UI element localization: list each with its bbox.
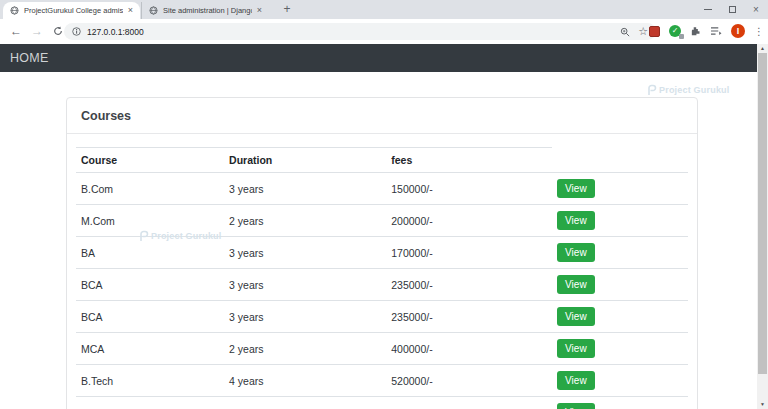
view-button[interactable]: View (557, 371, 595, 390)
action-cell: View (552, 205, 688, 237)
duration-cell: 2 years (224, 205, 386, 237)
view-button[interactable]: View (557, 307, 595, 326)
course-cell (76, 397, 224, 409)
fees-cell (386, 397, 552, 409)
tab-django-admin[interactable]: Site administration | Django site × (141, 2, 269, 19)
course-cell: B.Tech (76, 365, 224, 397)
course-cell: BCA (76, 301, 224, 333)
course-cell: M.Com (76, 205, 224, 237)
action-cell: View (552, 365, 688, 397)
card-title: Courses (67, 98, 697, 134)
table-header-row: Course Duration fees (76, 148, 688, 173)
duration-cell: 2 years (224, 333, 386, 365)
browser-window: ProjectGurukul College admissio × Site a… (0, 0, 768, 409)
browser-toolbar: ← → 127.0.0.1:8000 ☆ ✓ I ⋮ (0, 19, 768, 44)
view-button[interactable]: View (557, 275, 595, 294)
table-row: BA 3 years 170000/- View (76, 237, 688, 269)
address-bar[interactable]: 127.0.0.1:8000 ☆ (64, 23, 656, 40)
fees-cell: 200000/- (386, 205, 552, 237)
site-navbar: HOME (0, 44, 768, 72)
duration-cell: 4 years (224, 365, 386, 397)
maximize-icon (729, 6, 736, 13)
projectgurukul-logo-icon (646, 84, 657, 96)
table-row: BCA 3 years 235000/- View (76, 301, 688, 333)
course-cell: BCA (76, 269, 224, 301)
course-cell: MCA (76, 333, 224, 365)
fees-cell: 235000/- (386, 301, 552, 333)
globe-favicon-icon (10, 6, 19, 15)
action-cell: View (552, 397, 688, 409)
table-row: BCA 3 years 235000/- View (76, 269, 688, 301)
window-controls: × (696, 0, 768, 19)
tab-projectgurukul[interactable]: ProjectGurukul College admissio × (3, 2, 140, 19)
profile-avatar[interactable]: I (731, 24, 745, 38)
minimize-icon (704, 9, 712, 10)
table-row: View (76, 397, 688, 409)
window-close-button[interactable]: × (744, 0, 768, 19)
extensions-area: ✓ I ⋮ (649, 22, 764, 40)
window-maximize-button[interactable] (720, 0, 744, 19)
antivirus-extension-icon[interactable]: ✓ (669, 25, 681, 37)
tab-close-icon[interactable]: × (128, 6, 133, 15)
browser-menu-icon[interactable]: ⋮ (754, 26, 764, 37)
table-body: B.Com 3 years 150000/- View M.Com 2 year… (76, 173, 688, 409)
table-row: B.Tech 4 years 520000/- View (76, 365, 688, 397)
globe-favicon-icon (149, 6, 158, 15)
tab-strip: ProjectGurukul College admissio × Site a… (0, 0, 768, 19)
new-tab-button[interactable]: + (279, 2, 295, 18)
card-body: Course Duration fees B.Com 3 years 15000… (67, 134, 697, 409)
page-content: Project Gurukul Project Gurukul Courses … (0, 72, 757, 409)
table-row: MCA 2 years 400000/- View (76, 333, 688, 365)
table-row: M.Com 2 years 200000/- View (76, 205, 688, 237)
action-cell: View (552, 237, 688, 269)
fees-cell: 170000/- (386, 237, 552, 269)
close-icon: × (753, 5, 759, 15)
action-cell: View (552, 301, 688, 333)
page-scrollbar[interactable]: ▲ ▼ (757, 44, 768, 409)
course-cell: BA (76, 237, 224, 269)
course-cell: B.Com (76, 173, 224, 205)
site-info-icon[interactable] (72, 27, 81, 36)
header-duration: Duration (224, 148, 386, 173)
nav-home-link[interactable]: HOME (10, 51, 49, 65)
table-row: B.Com 3 years 150000/- View (76, 173, 688, 205)
tab-close-icon[interactable]: × (257, 6, 262, 15)
zoom-icon[interactable] (620, 27, 630, 37)
header-course: Course (76, 148, 224, 173)
forward-button[interactable]: → (28, 22, 46, 40)
fees-cell: 235000/- (386, 269, 552, 301)
courses-card: Courses Course Duration fees B.Com 3 yea… (66, 97, 698, 409)
scroll-down-icon[interactable]: ▼ (757, 400, 768, 409)
extension-badge (679, 34, 684, 39)
view-button[interactable]: View (557, 339, 595, 358)
reload-icon (53, 26, 63, 36)
fees-cell: 150000/- (386, 173, 552, 205)
view-button[interactable]: View (557, 243, 595, 262)
tab-title: Site administration | Django site (163, 6, 252, 15)
extensions-puzzle-icon[interactable] (690, 26, 701, 37)
scrollbar-thumb[interactable] (758, 53, 767, 374)
adblock-extension-icon[interactable] (649, 26, 660, 37)
duration-cell: 3 years (224, 173, 386, 205)
view-button[interactable]: View (557, 211, 595, 230)
reading-list-icon[interactable] (710, 26, 722, 36)
fees-cell: 520000/- (386, 365, 552, 397)
url-text: 127.0.0.1:8000 (87, 27, 612, 37)
watermark-top: Project Gurukul (646, 84, 730, 96)
fees-cell: 400000/- (386, 333, 552, 365)
action-cell: View (552, 173, 688, 205)
duration-cell: 3 years (224, 301, 386, 333)
header-fees: fees (386, 148, 552, 173)
action-cell: View (552, 333, 688, 365)
scroll-up-icon[interactable]: ▲ (757, 44, 768, 53)
view-button[interactable]: View (557, 179, 595, 198)
tab-title: ProjectGurukul College admissio (24, 6, 123, 15)
duration-cell: 3 years (224, 269, 386, 301)
bookmark-star-icon[interactable]: ☆ (638, 26, 648, 37)
duration-cell (224, 397, 386, 409)
duration-cell: 3 years (224, 237, 386, 269)
view-button[interactable]: View (557, 403, 595, 409)
window-minimize-button[interactable] (696, 0, 720, 19)
back-button[interactable]: ← (7, 22, 25, 40)
courses-table: Course Duration fees B.Com 3 years 15000… (76, 147, 688, 409)
